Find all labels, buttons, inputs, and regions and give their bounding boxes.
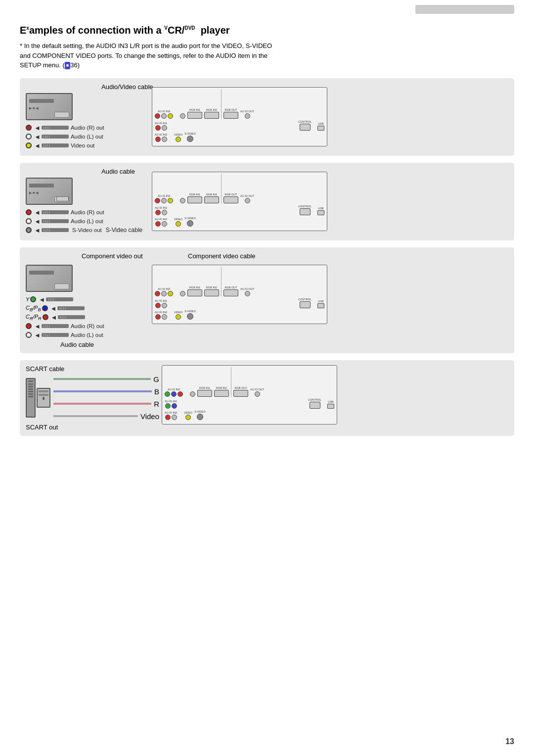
audio-l-row-1: ◄ |||| Audio (L) out (26, 133, 149, 141)
device-left-4: SCART cable (26, 365, 159, 431)
scart-connector: ▐▌ (26, 378, 50, 418)
scart-cable-label: SCART cable (26, 365, 159, 373)
y-row: Y ◄ |||| (26, 296, 149, 303)
projector-panel-1: AU IO IN3 RGB IN1 (152, 87, 508, 146)
cable-label-2: Audio cable (101, 168, 135, 175)
cable-label-3: Component video out (82, 252, 143, 260)
page-number: 13 (505, 737, 514, 746)
book-icon: ■ (65, 62, 70, 70)
vcr-device-1: ▶ ■ ◀ (26, 93, 73, 120)
svideo-row-2: ◄ |||| S-Video out S-Video cable (26, 227, 149, 234)
projector-panel-3: AU IO IN3 RGB IN1 (152, 265, 508, 324)
projector-panel-2: AU IO IN3 RGB IN1 (152, 172, 508, 231)
vcr-device-3 (26, 265, 73, 292)
audio-l-row-3: ◄ |||| Audio (L) out (26, 331, 149, 339)
diagram-3: Component video out Component video cabl… (20, 247, 514, 353)
device-left-2: ▶ ■ ◀ ◄ |||| Audio (R) out ◄ |||| Audio … (26, 168, 149, 236)
device-left-1: ▶ ■ ◀ ◄ |||| Audio (R) out ◄ |||| Audio … (26, 83, 149, 151)
scart-cable-labels: G B R Video (53, 375, 159, 421)
vcr-device-2: ▶ ■ ◀ (26, 178, 73, 205)
crpr-row: CR/PR ◄ |||| (26, 314, 149, 321)
audio-l-row-2: ◄ |||| Audio (L) out (26, 218, 149, 225)
audio-r-row-3: ◄ |||| Audio (R) out (26, 323, 149, 330)
projector-panel-4: AU IO IN3 RGB IN1 (162, 365, 508, 425)
cable-label-1: Audio/Video cable (101, 83, 153, 91)
audio-cable-label-3: Audio cable (60, 341, 94, 348)
cbpb-row: CB/PB ◄ |||| (26, 305, 149, 312)
diagram-4: SCART cable (20, 360, 514, 436)
page: Examples of connection with a VCR/DVD pl… (0, 0, 534, 756)
page-title: Examples of connection with a VCR/DVD pl… (20, 25, 514, 36)
top-bar (415, 5, 514, 14)
audio-r-row-2: ◄ |||| Audio (R) out (26, 209, 149, 216)
comp-video-cable-label: Component video cable (188, 252, 256, 260)
scart-out-label: SCART out (26, 424, 159, 431)
diagram-1: Audio/Video cable ▶ ■ ◀ ◄ |||| Audi (20, 78, 514, 156)
subtitle: * In the default setting, the AUDIO IN3 … (20, 41, 514, 70)
video-row-1: ◄ |||| Video out (26, 142, 149, 149)
diagram-2: Audio cable ▶ ■ ◀ ◄ |||| Audio (R) out (20, 163, 514, 240)
audio-r-row-1: ◄ |||| Audio (R) out (26, 124, 149, 132)
device-left-3: Y ◄ |||| CB/PB ◄ |||| CR/PR ◄ ||| (26, 265, 149, 348)
